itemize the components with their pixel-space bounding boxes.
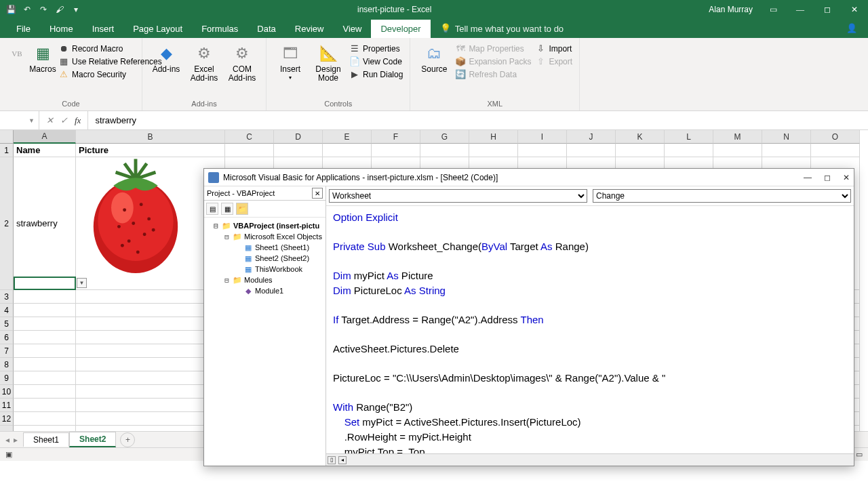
vba-editor-window[interactable]: Microsoft Visual Basic for Applications … [203,168,854,466]
code-editor[interactable]: Option Explicit Private Sub Worksheet_Ch… [326,206,854,453]
tree-thisworkbook[interactable]: ▦ThisWorkbook [205,264,324,274]
cell[interactable] [713,144,762,157]
col-header-O[interactable]: O [811,130,860,144]
cell[interactable] [14,290,76,304]
tree-root[interactable]: ⊟📁VBAProject (insert-pictu [205,220,324,231]
formula-input[interactable]: strawberry [88,115,868,125]
cell[interactable] [76,344,225,358]
maximize-icon[interactable]: ◻ [814,0,841,19]
view-code-icon[interactable]: ▤ [206,203,218,215]
user-name[interactable]: Alan Murray [702,5,760,14]
undo-icon[interactable]: ↶ [22,4,33,15]
tab-review[interactable]: Review [285,20,334,38]
cell[interactable] [274,144,323,157]
col-header-L[interactable]: L [665,130,713,144]
procedure-dropdown[interactable]: Change [593,189,851,203]
tree-excel-objects[interactable]: ⊟📁Microsoft Excel Objects [205,231,324,242]
cell[interactable] [14,331,76,344]
cell[interactable]: Name [14,144,76,157]
design-mode-button[interactable]: 📐Design Mode [311,41,345,83]
tree-sheet2[interactable]: ▦Sheet2 (Sheet2) [205,253,324,264]
cell[interactable] [665,144,713,157]
visual-basic-button[interactable]: VB [7,41,27,64]
cell[interactable] [76,304,225,317]
tab-page-layout[interactable]: Page Layout [123,20,192,38]
scroll-left-icon[interactable]: ◂ [338,456,347,464]
col-header-F[interactable]: F [372,130,420,144]
split-icon[interactable]: ▯ [328,456,336,464]
cell[interactable] [518,144,567,157]
cell[interactable] [420,144,469,157]
cell[interactable] [14,399,76,412]
com-addins-button[interactable]: ⚙COM Add-ins [225,41,259,83]
cell[interactable] [14,426,76,431]
cell-dropdown-icon[interactable]: ▼ [77,278,87,288]
xml-source-button[interactable]: 🗂Source [417,41,451,74]
cell[interactable] [76,412,225,426]
import-button[interactable]: ⇩Import [535,43,572,54]
project-close-icon[interactable]: ✕ [312,188,323,199]
macros-button[interactable]: ▦ Macros [31,41,54,74]
col-header-I[interactable]: I [518,130,567,144]
run-dialog-button[interactable]: ▶Run Dialog [349,69,403,80]
cell[interactable] [14,412,76,426]
cell[interactable] [76,317,225,331]
col-header-G[interactable]: G [420,130,469,144]
view-object-icon[interactable]: ▦ [221,203,233,215]
cell[interactable] [76,358,225,371]
col-header-D[interactable]: D [274,130,323,144]
cell[interactable] [225,144,274,157]
redo-icon[interactable]: ↷ [38,4,49,15]
code-scrollbar[interactable]: ▯ ◂ [326,453,854,466]
tab-formulas[interactable]: Formulas [192,20,248,38]
folder-icon[interactable]: 📁 [236,203,248,215]
tell-me-search[interactable]: 💡 Tell me what you want to do [431,19,573,38]
cell[interactable] [811,144,860,157]
share-icon[interactable]: 👤 [835,19,868,38]
cell[interactable] [76,290,225,304]
chevron-down-icon[interactable]: ▼ [28,117,35,124]
close-icon[interactable]: ✕ [841,0,868,19]
fx-icon[interactable]: fx [75,115,81,126]
cell[interactable] [76,385,225,399]
add-sheet-button[interactable]: + [120,432,135,447]
sheet-tab-2[interactable]: Sheet2 [69,432,116,447]
col-header-K[interactable]: K [616,130,665,144]
cell[interactable] [567,144,616,157]
cell[interactable] [14,385,76,399]
properties-button[interactable]: ☰Properties [349,43,403,54]
tree-module1[interactable]: ◆Module1 [205,285,324,296]
insert-control-button[interactable]: 🗔Insert▾ [273,41,307,81]
vba-minimize-icon[interactable]: — [804,173,812,182]
qat-dropdown-icon[interactable]: ▾ [71,4,81,15]
view-code-button[interactable]: 📄View Code [349,56,403,67]
cancel-icon[interactable]: ✕ [46,115,54,126]
select-all-corner[interactable] [0,130,14,144]
col-header-E[interactable]: E [323,130,372,144]
cell[interactable] [76,399,225,412]
tab-view[interactable]: View [333,20,371,38]
col-header-C[interactable]: C [225,130,274,144]
tab-developer[interactable]: Developer [371,20,430,38]
cell[interactable] [14,344,76,358]
cell[interactable] [323,144,372,157]
name-box[interactable]: ▼ [0,111,39,129]
col-header-N[interactable]: N [762,130,811,144]
view-break-icon[interactable]: ▭ [856,450,863,459]
tree-modules[interactable]: ⊟📁Modules [205,274,324,285]
addins-button[interactable]: ◆Add-ins [149,41,183,74]
cell[interactable] [76,331,225,344]
cell[interactable] [76,426,225,431]
cell[interactable]: strawberry [14,157,76,290]
excel-addins-button[interactable]: ⚙Excel Add-ins [187,41,221,83]
ribbon-options-icon[interactable]: ▭ [760,0,787,19]
cell[interactable] [14,371,76,385]
vba-titlebar[interactable]: Microsoft Visual Basic for Applications … [204,169,854,186]
col-header-J[interactable]: J [567,130,616,144]
cell[interactable] [14,317,76,331]
tree-sheet1[interactable]: ▦Sheet1 (Sheet1) [205,242,324,253]
macro-record-icon[interactable]: ▣ [5,450,12,459]
cell[interactable] [14,358,76,371]
col-header-H[interactable]: H [469,130,518,144]
tab-data[interactable]: Data [248,20,285,38]
